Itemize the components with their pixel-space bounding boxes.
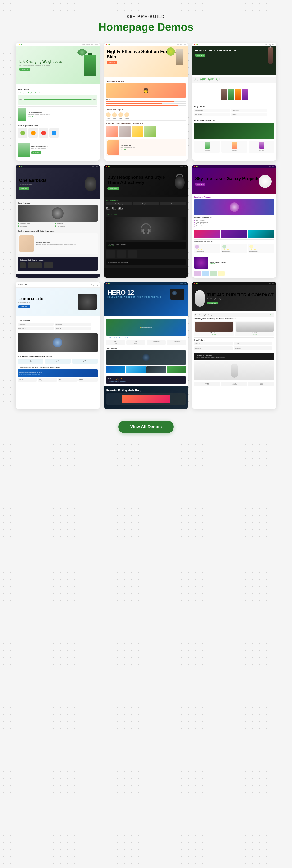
demo3-nav: Home Shop About <box>192 43 276 46</box>
demo1-section2-title: Main Ingredients Used <box>18 125 97 127</box>
demo-card-9[interactable]: Home Shop THE AIR PURIFIER 4 COMPACT Tru… <box>192 282 276 409</box>
demo7-blue-section: Experience Cinema Quality at Home Bring … <box>18 369 98 377</box>
demo4-title: One Earbuds <box>19 178 47 183</box>
demo4-person-img <box>20 235 34 252</box>
demo8-cam-close <box>106 350 186 365</box>
demo8-dark-section: Pro-level Imaging + Sound Professional q… <box>106 376 186 384</box>
demos-grid: Home Products About Contact Life Changin… <box>16 43 276 409</box>
demo7-title: Lumina Lite <box>19 296 43 301</box>
demo9-coffee-img <box>195 322 233 332</box>
demo8-powerful: Powerful Editing Made Easy. <box>104 386 188 409</box>
demo9-purifier-small <box>195 290 205 307</box>
demo5-speaker1 <box>106 250 115 257</box>
view-all-button[interactable]: View All Demos <box>118 421 174 433</box>
demo4-dark-section: Get connected. Stay connected. <box>18 257 98 271</box>
demo6-projector-img <box>259 175 272 188</box>
demo3-dropper <box>268 48 273 64</box>
demo5-hero: Buy Headphones And Style Them Attractive… <box>104 168 188 197</box>
demo8-gal3 <box>146 366 166 373</box>
demo4-person-section: Your Ears. Your Style. Experience premiu… <box>18 234 98 254</box>
demo6-gal3 <box>248 229 274 238</box>
demo1-product-row: Premium Supplement Natural ingredients f… <box>18 108 97 121</box>
demo-card-7[interactable]: Lumina Lite Home Shop Blog Lumina Lite P… <box>16 282 100 409</box>
demo1-product-img <box>18 108 26 121</box>
demo6-cta[interactable]: Shop Now <box>195 183 205 186</box>
demo3-oil1 <box>221 89 227 100</box>
demo8-gal4 <box>167 366 186 373</box>
demo2-bottle <box>176 49 183 65</box>
demo-card-5[interactable]: Home Shop Buy Headphones And Style Them … <box>104 165 188 278</box>
demo4-speaker-img <box>18 205 98 222</box>
demo1-hero-text: Life Changing Weight Loss Our Premium Es… <box>20 60 62 71</box>
demo3-oil4 <box>242 89 248 100</box>
demo8-outdoor-img: 🚵 Adventure Awaits <box>106 319 186 336</box>
demo6-title: Sky Lite Laser Galaxy Projector <box>195 176 262 181</box>
demo1-section1-title: How It Work <box>18 88 97 91</box>
demo8-cam-lens <box>142 354 150 361</box>
demo8-screen <box>122 395 170 403</box>
demo3-oil3 <box>235 89 241 100</box>
demo8-gal1 <box>106 366 125 373</box>
demo4-earbud-img <box>85 177 96 191</box>
demo5-cta[interactable]: Shop Now <box>107 187 120 190</box>
demo7-cta[interactable]: Shop Now <box>19 305 30 308</box>
demo1-section1: How It Work ✓ Energy ✓ Weight ✓ Health 9… <box>18 88 97 104</box>
header-title: Homepage Demos <box>98 21 194 33</box>
dot-yellow <box>19 44 20 45</box>
demo9-cta[interactable]: Shop Now <box>207 302 218 305</box>
demo6-gal2 <box>221 229 247 238</box>
dot-green <box>21 44 22 45</box>
demo1-desc: Our Premium Essential, and Commitment to… <box>20 64 62 66</box>
header-pre-label: 09+ PRE-BUILD <box>98 14 194 19</box>
demo2-body: Discover the Miracle 👩 Effectiveness Pro… <box>104 77 188 158</box>
demo3-oil2 <box>228 89 234 100</box>
dot-red <box>18 44 19 45</box>
demo6-orb-img <box>194 199 274 215</box>
demo2-hero: Highly Effective Solution For Your Skin … <box>104 46 188 77</box>
demo7-hero: Lumina Lite Professional Projector Shop … <box>16 288 100 316</box>
demo4-cta[interactable]: Shop Now <box>19 187 29 190</box>
demo7-proj-large <box>18 333 98 352</box>
demo1-nav: Home Products About Contact <box>16 43 100 46</box>
demo3-feature-img <box>194 123 274 140</box>
demo7-lens <box>53 338 62 347</box>
demo8-camera-img <box>170 289 184 300</box>
demo-card-2[interactable]: Home Shop About Highly Effective Solutio… <box>104 43 188 161</box>
demo5-headphone-large: 🎧 <box>106 217 186 240</box>
demo1-cta-button[interactable]: Shop Now <box>20 68 30 71</box>
demo6-hero: Sky Lite Laser Galaxy Projector Shop Now <box>192 168 276 194</box>
demo1-bottle-img <box>84 55 96 76</box>
demo6-gal1 <box>194 229 221 238</box>
demo3-cta[interactable]: Shop Now <box>195 54 205 57</box>
demo1-title: Life Changing Weight Loss <box>20 60 62 64</box>
demo9-status-bar: True Air Quality Monitoring ● Active <box>194 313 274 317</box>
demo6-orb <box>230 203 239 212</box>
demo1-section2: Main Ingredients Used <box>18 125 97 138</box>
demo8-hero: HERO 12 COLOUR THE WORLD IN YOUR PERSPEC… <box>104 285 188 316</box>
demo1-stats: ✓ Energy ✓ Weight ✓ Health <box>18 92 97 94</box>
demo6-body: Imaginative Features Projector Key Featu… <box>192 194 276 278</box>
demo9-title: THE AIR PURIFIER 4 COMPACT <box>207 292 273 298</box>
demo7-projector-img <box>78 293 97 310</box>
demo3-body: Why Use It? ✓ Pure Natural ✓ Lab Tested … <box>192 85 276 156</box>
demo9-purifier-big <box>231 364 238 378</box>
demo8-tablet <box>107 393 186 405</box>
demo-card-3[interactable]: Home Shop About Best Our Cannabis Essent… <box>192 43 276 161</box>
demo8-gal2 <box>126 366 146 373</box>
demo9-body: True Air Quality Monitoring ● Active Tru… <box>192 311 276 388</box>
demo8-body: 🚵 Adventure Awaits HIGH RESOLUTION 5.3KV… <box>104 316 188 386</box>
demo4-hero: One Earbuds Premium Wireless Audio Shop … <box>16 168 100 199</box>
demo-card-4[interactable]: Home Shop One Earbuds Premium Wireless A… <box>16 165 100 278</box>
demo1-hero: Life Changing Weight Loss Our Premium Es… <box>16 46 100 84</box>
demo9-dark-bg: Best Air at Home Working Step Up Air Lif… <box>194 353 274 360</box>
demo2-cta[interactable]: Shop Now <box>107 61 117 64</box>
demo-card-6[interactable]: Home Shop Sky Lite Laser Galaxy Projecto… <box>192 165 276 278</box>
demo1-body: How It Work ✓ Energy ✓ Weight ✓ Health 9… <box>16 84 100 161</box>
demo7-body: Core Features 4K Resolution 250" Screen … <box>16 316 100 383</box>
demo-card-1[interactable]: Home Products About Contact Life Changin… <box>16 43 100 161</box>
demo-card-8[interactable]: Home Shop HERO 12 COLOUR THE WORLD IN YO… <box>104 282 188 409</box>
page-header: 09+ PRE-BUILD Homepage Demos <box>98 14 194 33</box>
demo3-title: Best Our Cannabis Essential Oils <box>195 49 273 52</box>
demo2-nav: Home Shop About <box>104 43 188 46</box>
demo3-oils-row <box>194 87 274 102</box>
